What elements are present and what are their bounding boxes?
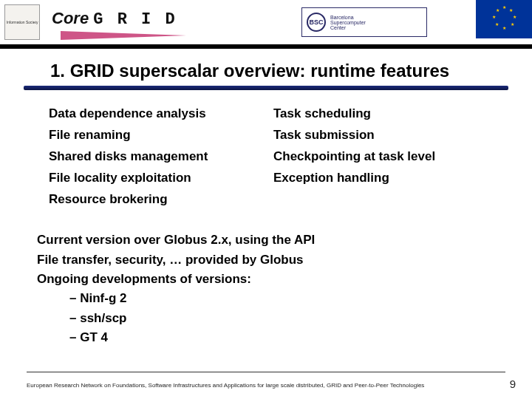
bsc-line1: Barcelona <box>330 15 366 20</box>
header-divider <box>0 44 532 49</box>
info-society-logo: Information Society <box>4 4 40 40</box>
bsc-logo: BSC Barcelona Supercomputer Center <box>301 7 427 37</box>
lower-line: File transfer, security, … provided by G… <box>37 250 495 270</box>
feature-item: Task submission <box>273 125 483 146</box>
bsc-line3: Center <box>330 25 366 30</box>
feature-item: Exception handling <box>273 168 483 189</box>
eu-flag-icon: ★★ ★★ ★★ ★★ <box>476 0 532 38</box>
feature-item: File renaming <box>49 125 259 146</box>
bsc-circle-icon: BSC <box>307 13 326 32</box>
feature-item: Checkpointing at task level <box>273 146 483 168</box>
features-right-col: Task scheduling Task submission Checkpoi… <box>273 103 483 210</box>
title-block: 1. GRID superscalar overview: runtime fe… <box>0 61 532 90</box>
sub-item: ssh/scp <box>37 309 495 328</box>
sub-item: GT 4 <box>37 328 495 347</box>
feature-item: Task scheduling <box>273 103 483 125</box>
lower-block: Current version over Globus 2.x, using t… <box>0 231 532 347</box>
eu-stars-icon: ★★ ★★ ★★ ★★ <box>491 7 516 32</box>
footer-text: European Research Network on Foundations… <box>27 382 424 389</box>
grid-word: G R I D <box>93 10 177 29</box>
core-word: Core <box>52 9 89 27</box>
info-society-text: Information Society <box>7 20 38 24</box>
feature-item: Resource brokering <box>49 189 259 211</box>
page-title: 1. GRID superscalar overview: runtime fe… <box>24 61 508 81</box>
feature-item: Data dependence analysis <box>49 103 259 125</box>
feature-item: File locality exploitation <box>49 168 259 189</box>
lower-line: Ongoing developments of versions: <box>37 270 495 289</box>
feature-item: Shared disks management <box>49 146 259 168</box>
features-left-col: Data dependence analysis File renaming S… <box>49 103 259 210</box>
features-columns: Data dependence analysis File renaming S… <box>0 90 532 210</box>
header-bar: Information Society Core G R I D BSC Bar… <box>0 0 532 47</box>
lower-line: Current version over Globus 2.x, using t… <box>37 231 495 250</box>
page-number: 9 <box>510 378 516 390</box>
sub-item: Ninf-g 2 <box>37 289 495 308</box>
arrow-icon <box>61 31 186 40</box>
coregrid-logo: Core G R I D <box>52 9 177 29</box>
footer-divider <box>27 372 505 372</box>
bsc-line2: Supercomputer <box>330 20 366 25</box>
